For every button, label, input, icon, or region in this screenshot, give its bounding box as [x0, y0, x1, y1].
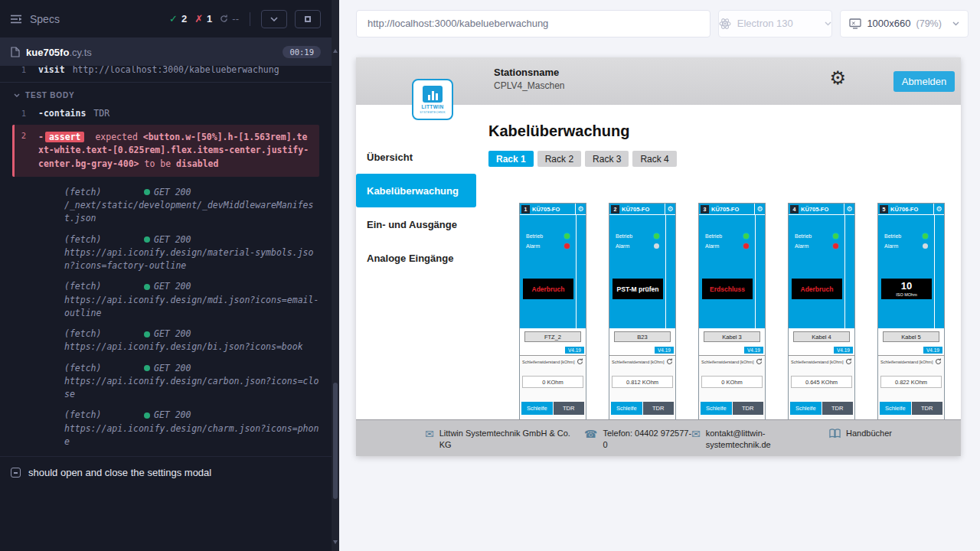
- alarm-led: [923, 243, 928, 249]
- betrieb-led: [833, 233, 838, 239]
- schleife-button[interactable]: Schleife: [611, 402, 642, 415]
- specs-menu-icon[interactable]: [11, 15, 22, 24]
- log-row-fetch[interactable]: (fetch)GET 200 https://api.iconify.desig…: [64, 328, 321, 354]
- footer-email[interactable]: ✉ kontakt@littwin-systemtechnik.de: [691, 428, 798, 451]
- tab-rack-1[interactable]: Rack 1: [488, 151, 534, 167]
- tab-rack-4[interactable]: Rack 4: [632, 151, 676, 167]
- betrieb-led: [564, 233, 570, 239]
- alarm-label: Alarm: [884, 243, 898, 249]
- device-settings-button[interactable]: ⚙: [665, 204, 675, 214]
- schleife-button[interactable]: Schleife: [880, 402, 911, 415]
- test-body-section[interactable]: TEST BODY: [0, 83, 332, 105]
- device-number-badge: 2: [611, 205, 619, 214]
- refresh-icon: [220, 15, 228, 23]
- alarm-led: [743, 243, 749, 249]
- station-value: CPLV4_Maschen: [494, 80, 565, 91]
- refresh-icon[interactable]: [666, 358, 673, 365]
- betrieb-label: Betrieb: [795, 233, 812, 239]
- alarm-label: Alarm: [526, 243, 540, 249]
- failed-count: ✗1: [194, 13, 212, 24]
- file-icon: [11, 47, 20, 57]
- spec-file-row[interactable]: kue705fo.cy.ts 00:19: [0, 38, 332, 66]
- log-row-fetch[interactable]: (fetch)GET 200 https://api.iconify.desig…: [64, 362, 321, 402]
- scroll-up-arrow[interactable]: [333, 49, 338, 53]
- gear-icon: ⚙: [936, 205, 942, 213]
- reporter-scrollbar[interactable]: [332, 0, 339, 551]
- sidebar-item-uebersicht[interactable]: Übersicht: [356, 140, 476, 174]
- log-row-visit[interactable]: 1 visithttp://localhost:3000/kabelueberw…: [0, 66, 332, 83]
- gear-icon: ⚙: [577, 205, 583, 213]
- log-row-assert-failed[interactable]: 2 -assert expected <button.w-[50%].h-[1.…: [12, 125, 319, 177]
- scroll-down-arrow[interactable]: [333, 540, 338, 544]
- tdr-button[interactable]: TDR: [733, 402, 764, 415]
- footer-phone[interactable]: ☎ Telefon: 04402 972577-0: [584, 428, 693, 451]
- status-ok-dot: [144, 412, 150, 419]
- cross-icon: ✗: [194, 13, 203, 24]
- sidebar-item-analoge-eingaenge[interactable]: Analoge Eingänge: [356, 241, 476, 275]
- cable-label: Kabel 4: [793, 331, 850, 342]
- measurement-value: 0.822 KOhm: [880, 376, 942, 388]
- command-log: 1 visithttp://localhost:3000/kabelueberw…: [0, 66, 332, 488]
- spec-timer: 00:19: [283, 46, 321, 58]
- gear-icon: ⚙: [756, 205, 763, 213]
- tdr-button[interactable]: TDR: [643, 402, 675, 415]
- betrieb-led: [743, 233, 749, 239]
- littwin-logo: LITTWIN SYSTEMTECHNIK: [412, 79, 453, 120]
- runner-stage: http://localhost:3000/kabelueberwachung …: [339, 0, 980, 551]
- chevron-down-icon: [825, 21, 831, 26]
- measurement-value: 0.645 KOhm: [791, 376, 852, 388]
- refresh-icon[interactable]: [577, 358, 583, 365]
- log-row-fetch[interactable]: (fetch)GET 200 /_next/static/development…: [64, 186, 321, 226]
- assert-chip: assert: [45, 132, 85, 142]
- schleife-button[interactable]: Schleife: [790, 402, 822, 415]
- device-title: KÜ706-FO: [890, 206, 933, 213]
- log-row-fetch[interactable]: (fetch)GET 200 https://api.iconify.desig…: [64, 280, 321, 320]
- log-row-contains[interactable]: 1 -containsTDR: [0, 105, 332, 122]
- alarm-led: [654, 243, 659, 249]
- device-number-badge: 5: [880, 205, 888, 214]
- viewport-select[interactable]: 1000x660 (79%): [840, 10, 969, 37]
- command-arg: TDR: [93, 108, 109, 119]
- sidebar-item-ein-ausgaenge[interactable]: Ein- und Ausgänge: [356, 207, 476, 241]
- refresh-icon[interactable]: [756, 358, 763, 365]
- device-settings-button[interactable]: ⚙: [575, 204, 586, 214]
- gear-icon: ⚙: [846, 205, 852, 213]
- refresh-icon[interactable]: [845, 358, 852, 365]
- betrieb-led: [923, 233, 928, 239]
- logout-button[interactable]: Abmelden: [893, 71, 955, 92]
- status-display: 10 ISO MOhm: [881, 279, 932, 299]
- sidebar-item-kabelueberwachung[interactable]: Kabelüberwachung: [356, 174, 476, 207]
- url-input[interactable]: http://localhost:3000/kabelueberwachung: [356, 10, 710, 37]
- status-ok-dot: [144, 284, 150, 290]
- passed-count: ✓2: [169, 13, 187, 24]
- logo-icon: [423, 86, 443, 103]
- reporter-header: Specs ✓2 ✗1 --: [0, 0, 332, 38]
- tab-rack-2[interactable]: Rack 2: [537, 151, 581, 167]
- browser-select[interactable]: Electron 130: [718, 10, 833, 37]
- device-settings-button[interactable]: ⚙: [844, 204, 854, 214]
- footer-manuals-link[interactable]: Handbücher: [829, 428, 892, 439]
- schleife-button[interactable]: Schleife: [521, 402, 553, 415]
- cypress-reporter: Specs ✓2 ✗1 -- kue705fo.cy.ts 00:19 1 vi…: [0, 0, 332, 551]
- tab-rack-3[interactable]: Rack 3: [585, 151, 629, 167]
- stop-button[interactable]: [295, 10, 321, 28]
- scrollbar-thumb[interactable]: [333, 383, 338, 499]
- divider: [250, 12, 250, 26]
- command-name: visit: [38, 66, 65, 75]
- log-row-fetch[interactable]: (fetch)GET 200 https://api.iconify.desig…: [64, 233, 321, 273]
- device-settings-button[interactable]: ⚙: [754, 204, 765, 214]
- command-arg: http://localhost:3000/kabelueberwachung: [73, 66, 279, 75]
- device-cards: 1 KÜ705-FO ⚙ Betrieb Alarm Aderbruch FTZ…: [519, 203, 961, 419]
- log-row-fetch[interactable]: (fetch)GET 200 https://api.iconify.desig…: [64, 409, 321, 448]
- next-test-row[interactable]: should open and close the settings modal: [0, 456, 332, 488]
- measurement-label: Schleifenwiderstand [kOhm]: [612, 360, 664, 364]
- aut-toolbar: http://localhost:3000/kabelueberwachung …: [339, 0, 980, 47]
- refresh-icon[interactable]: [935, 358, 942, 365]
- tdr-button[interactable]: TDR: [822, 402, 854, 415]
- tdr-button[interactable]: TDR: [554, 402, 585, 415]
- tdr-button[interactable]: TDR: [912, 402, 943, 415]
- settings-gear-button[interactable]: ⚙: [829, 69, 846, 87]
- schleife-button[interactable]: Schleife: [701, 402, 732, 415]
- collapse-runner-button[interactable]: [261, 10, 287, 28]
- device-settings-button[interactable]: ⚙: [933, 204, 944, 214]
